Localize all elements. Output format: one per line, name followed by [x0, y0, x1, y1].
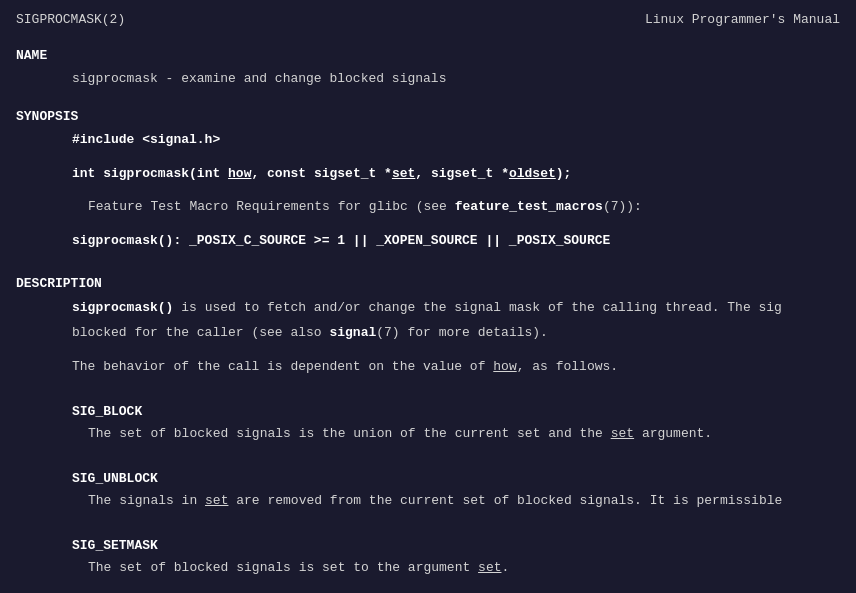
- man-page-title-left: SIGPROCMASK(2): [16, 10, 125, 30]
- sig-setmask-content: The set of blocked signals is set to the…: [88, 558, 840, 578]
- description-para1-cont: blocked for the caller (see also signal(…: [72, 323, 840, 343]
- sig-unblock-content: The signals in set are removed from the …: [88, 491, 840, 511]
- sig-block-title: SIG_BLOCK: [72, 402, 840, 422]
- sig-block-content: The set of blocked signals is the union …: [88, 424, 840, 444]
- function-text-bold: int sigprocmask(int how, const sigset_t …: [72, 166, 571, 181]
- name-content: sigprocmask - examine and change blocked…: [72, 69, 840, 89]
- description-para1: sigprocmask() is used to fetch and/or ch…: [72, 298, 840, 318]
- sig-setmask-title: SIG_SETMASK: [72, 536, 840, 556]
- man-page-title-right: Linux Programmer's Manual: [645, 10, 840, 30]
- name-section: NAME sigprocmask - examine and change bl…: [16, 46, 840, 89]
- description-para2: The behavior of the call is dependent on…: [72, 357, 840, 377]
- function-line: int sigprocmask(int how, const sigset_t …: [72, 164, 840, 184]
- include-line: #include <signal.h>: [72, 130, 840, 150]
- synopsis-section: SYNOPSIS #include <signal.h> int sigproc…: [16, 107, 840, 251]
- description-section-title: DESCRIPTION: [16, 274, 840, 294]
- description-section: DESCRIPTION sigprocmask() is used to fet…: [16, 274, 840, 593]
- synopsis-section-title: SYNOPSIS: [16, 107, 840, 127]
- feature-text: Feature Test Macro Requirements for glib…: [88, 197, 840, 217]
- sig-unblock-title: SIG_UNBLOCK: [72, 469, 840, 489]
- name-section-title: NAME: [16, 46, 840, 66]
- feature-macro: sigprocmask(): _POSIX_C_SOURCE >= 1 || _…: [72, 231, 840, 251]
